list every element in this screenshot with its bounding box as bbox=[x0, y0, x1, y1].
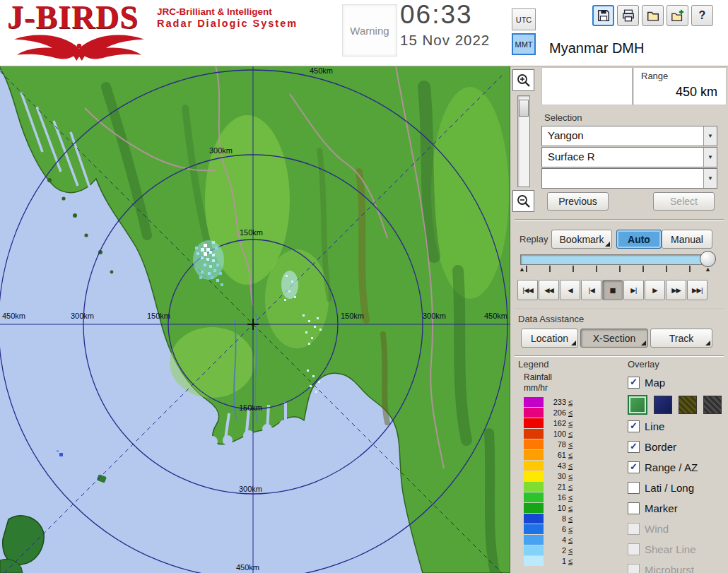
track-button[interactable]: Track bbox=[650, 329, 712, 348]
checkbox[interactable] bbox=[628, 482, 640, 494]
logo-subtitle: JRC-Brilliant & Intelligent Radar Dialog… bbox=[157, 6, 298, 29]
previous-button[interactable]: Previous bbox=[547, 192, 609, 211]
legend-value: 1 bbox=[548, 557, 566, 565]
step-back-button[interactable]: |◀ bbox=[581, 280, 601, 300]
timeline-ticks: ▲ ▲ bbox=[519, 265, 712, 275]
zoom-slider-thumb[interactable] bbox=[519, 100, 529, 117]
legend-row: 233≤ bbox=[524, 396, 609, 407]
range-value: 450 km bbox=[676, 85, 717, 100]
map-style-olive[interactable] bbox=[679, 396, 697, 414]
folder-icon bbox=[646, 8, 660, 23]
overlay-item-border[interactable]: ✓Border bbox=[628, 437, 727, 457]
floppy-disk-icon bbox=[597, 8, 611, 23]
overlay-item-shear-line: Shear Line bbox=[628, 539, 727, 560]
add-data-button[interactable] bbox=[667, 5, 688, 26]
map-style-navy[interactable] bbox=[654, 396, 672, 414]
checkbox[interactable]: ✓ bbox=[628, 420, 640, 432]
fast-rewind-button[interactable]: ◀◀ bbox=[539, 280, 559, 300]
overlay-item-line[interactable]: ✓Line bbox=[628, 416, 727, 437]
clock-date: 15 Nov 2022 bbox=[400, 32, 490, 49]
chevron-down-icon[interactable]: ▼ bbox=[703, 126, 717, 146]
overlay-item-lati-long[interactable]: Lati / Long bbox=[628, 478, 727, 498]
chevron-down-icon[interactable]: ▼ bbox=[703, 169, 717, 188]
legend-value: 6 bbox=[548, 525, 566, 533]
less-equal-icon: ≤ bbox=[568, 493, 573, 502]
mmt-button[interactable]: MMT bbox=[512, 33, 536, 55]
legend-color-swatch bbox=[524, 418, 544, 428]
overlay-item-range-az[interactable]: ✓Range / AZ bbox=[628, 457, 727, 478]
legend-color-swatch bbox=[524, 514, 544, 524]
divider bbox=[515, 355, 724, 357]
location-button[interactable]: Location bbox=[521, 329, 578, 348]
range-display: Range 450 km bbox=[541, 67, 727, 105]
playback-controls: |◀◀◀◀◀|◀■▶|▶▶▶▶▶| bbox=[517, 280, 708, 300]
overlay-item-marker[interactable]: Marker bbox=[628, 498, 727, 519]
divider bbox=[515, 309, 724, 310]
zoom-out-button[interactable] bbox=[512, 190, 534, 212]
overlay-label: Map bbox=[645, 377, 665, 389]
overlay-label: Range / AZ bbox=[645, 461, 698, 473]
map-style-green[interactable] bbox=[628, 395, 647, 415]
product-select-value: Surface R bbox=[548, 150, 595, 163]
range-divider bbox=[633, 68, 633, 105]
save-button[interactable] bbox=[592, 5, 614, 26]
print-button[interactable] bbox=[617, 5, 639, 26]
skip-to-start-button[interactable]: |◀◀ bbox=[517, 280, 538, 300]
checkbox bbox=[628, 543, 640, 555]
legend-row: 43≤ bbox=[524, 460, 609, 471]
map-style-dark[interactable] bbox=[703, 396, 722, 414]
legend-color-swatch bbox=[524, 524, 544, 534]
less-equal-icon: ≤ bbox=[568, 525, 573, 533]
header-bar: J-BIRDS JRC-Brilliant & Intelligent Rada… bbox=[0, 0, 728, 66]
chevron-down-icon[interactable]: ▼ bbox=[703, 148, 717, 167]
radar-map[interactable]: 450km300km150km450km300km150km150km300km… bbox=[0, 66, 510, 573]
legend-heading: Legend bbox=[518, 359, 548, 370]
less-equal-icon: ≤ bbox=[568, 419, 573, 427]
zoom-slider[interactable] bbox=[517, 95, 530, 187]
legend-row: 1≤ bbox=[524, 555, 609, 566]
legend-color-swatch bbox=[524, 397, 544, 407]
play-reverse-button[interactable]: ◀ bbox=[560, 280, 580, 300]
legend-row: 21≤ bbox=[524, 481, 609, 492]
control-panel: Range 450 km Selection Yangon ▼ Surface … bbox=[510, 66, 728, 573]
play-button[interactable]: ▶ bbox=[645, 280, 665, 300]
zoom-in-button[interactable] bbox=[512, 69, 534, 91]
less-equal-icon: ≤ bbox=[568, 398, 573, 406]
legend-value: 43 bbox=[548, 461, 566, 470]
overlay-label: Border bbox=[645, 441, 676, 453]
overlay-label: Microburst bbox=[645, 564, 694, 573]
less-equal-icon: ≤ bbox=[568, 440, 573, 449]
utc-button[interactable]: UTC bbox=[512, 8, 536, 30]
manual-mode-button[interactable]: Manual bbox=[662, 230, 712, 249]
divider bbox=[515, 219, 724, 220]
magnifier-plus-icon bbox=[516, 73, 532, 88]
checkbox[interactable]: ✓ bbox=[628, 377, 640, 389]
skip-to-end-button[interactable]: ▶▶| bbox=[687, 280, 708, 300]
legend-value: 8 bbox=[548, 514, 566, 523]
legend-row: 206≤ bbox=[524, 407, 609, 418]
checkbox[interactable] bbox=[628, 502, 640, 514]
stop-button[interactable]: ■ bbox=[602, 280, 623, 300]
product-select[interactable]: Surface R ▼ bbox=[541, 147, 717, 167]
site-select[interactable]: Yangon ▼ bbox=[541, 126, 717, 146]
help-button[interactable]: ? bbox=[691, 5, 713, 26]
legend-color-swatch bbox=[524, 503, 544, 513]
step-forward-button[interactable]: ▶| bbox=[623, 280, 644, 300]
option-select[interactable]: ▼ bbox=[541, 168, 717, 189]
legend-row: 30≤ bbox=[524, 471, 609, 481]
x-section-button[interactable]: X-Section bbox=[580, 329, 648, 348]
clock: 06:33 15 Nov 2022 bbox=[400, 0, 490, 49]
legend-color-swatch bbox=[524, 450, 544, 460]
checkbox[interactable]: ✓ bbox=[628, 441, 640, 453]
bookmark-button[interactable]: Bookmark bbox=[551, 230, 612, 249]
open-folder-button[interactable] bbox=[642, 5, 664, 26]
replay-timeline-slider[interactable] bbox=[520, 254, 712, 265]
legend-value: 2 bbox=[548, 546, 566, 555]
checkbox[interactable]: ✓ bbox=[628, 461, 640, 473]
timeline-start-marker-icon: ▲ bbox=[519, 266, 525, 273]
less-equal-icon: ≤ bbox=[568, 430, 573, 438]
overlay-item-map[interactable]: ✓Map bbox=[628, 372, 727, 393]
auto-mode-button[interactable]: Auto bbox=[616, 230, 662, 249]
legend-color-swatch bbox=[524, 461, 544, 471]
fast-forward-button[interactable]: ▶▶ bbox=[666, 280, 686, 300]
